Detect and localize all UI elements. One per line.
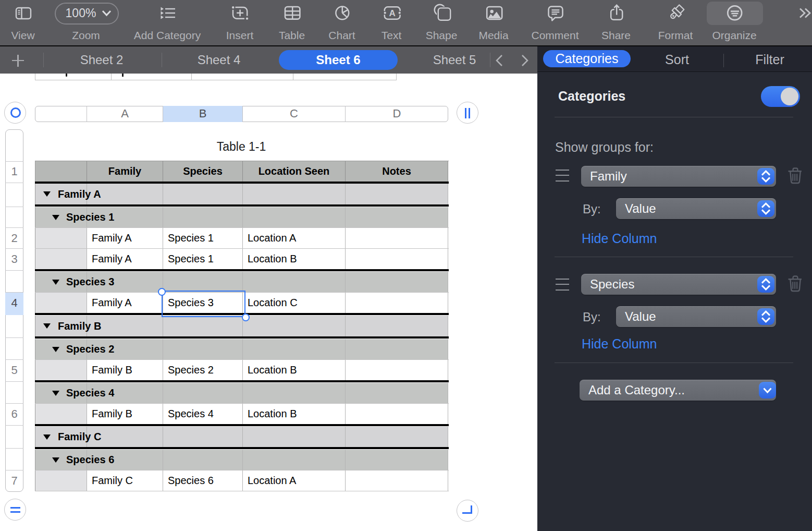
svg-text:A: A bbox=[389, 8, 395, 18]
